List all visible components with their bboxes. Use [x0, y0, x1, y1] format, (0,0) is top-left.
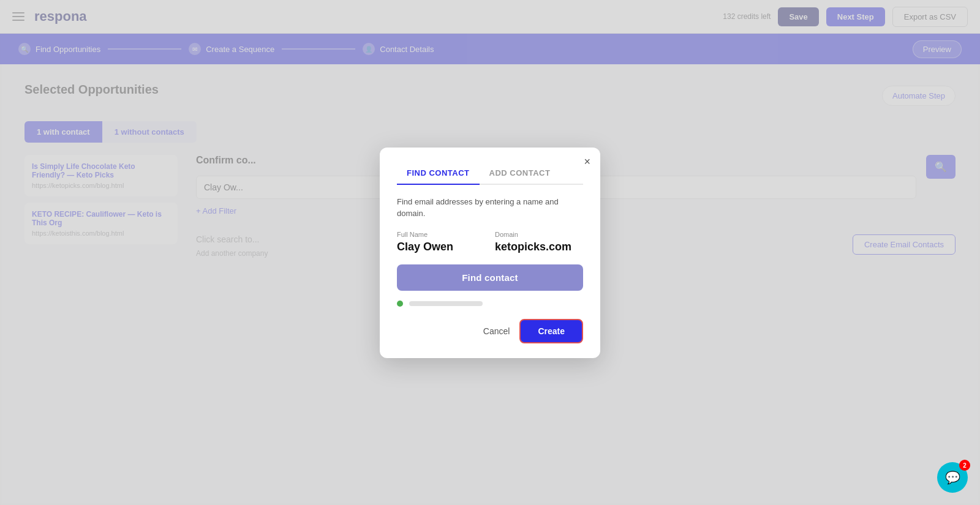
full-name-value: Clay Owen	[397, 241, 485, 253]
tab-find-contact[interactable]: FIND CONTACT	[397, 165, 480, 184]
chat-widget[interactable]: 💬 2	[937, 462, 968, 493]
find-contact-modal: × FIND CONTACT ADD CONTACT Find email ad…	[380, 148, 600, 358]
modal-status-row	[397, 301, 583, 307]
full-name-field: Full Name Clay Owen	[397, 231, 485, 253]
chat-icon-symbol: 💬	[945, 470, 960, 485]
modal-tabs: FIND CONTACT ADD CONTACT	[397, 165, 583, 185]
domain-value: ketopicks.com	[495, 241, 583, 253]
domain-field: Domain ketopicks.com	[495, 231, 583, 253]
modal-close-button[interactable]: ×	[584, 156, 590, 167]
modal-fields: Full Name Clay Owen Domain ketopicks.com	[397, 231, 583, 253]
chat-badge: 2	[959, 460, 970, 471]
status-bar	[409, 301, 483, 306]
find-contact-button[interactable]: Find contact	[397, 264, 583, 291]
modal-subtitle: Find email addresses by entering a name …	[397, 196, 583, 220]
create-button[interactable]: Create	[519, 319, 583, 343]
tab-add-contact[interactable]: ADD CONTACT	[480, 165, 560, 184]
domain-label: Domain	[495, 231, 583, 238]
modal-actions: Cancel Create	[397, 319, 583, 343]
cancel-button[interactable]: Cancel	[483, 326, 510, 336]
full-name-label: Full Name	[397, 231, 485, 238]
status-dot	[397, 301, 403, 307]
modal-backdrop: × FIND CONTACT ADD CONTACT Find email ad…	[0, 0, 980, 505]
